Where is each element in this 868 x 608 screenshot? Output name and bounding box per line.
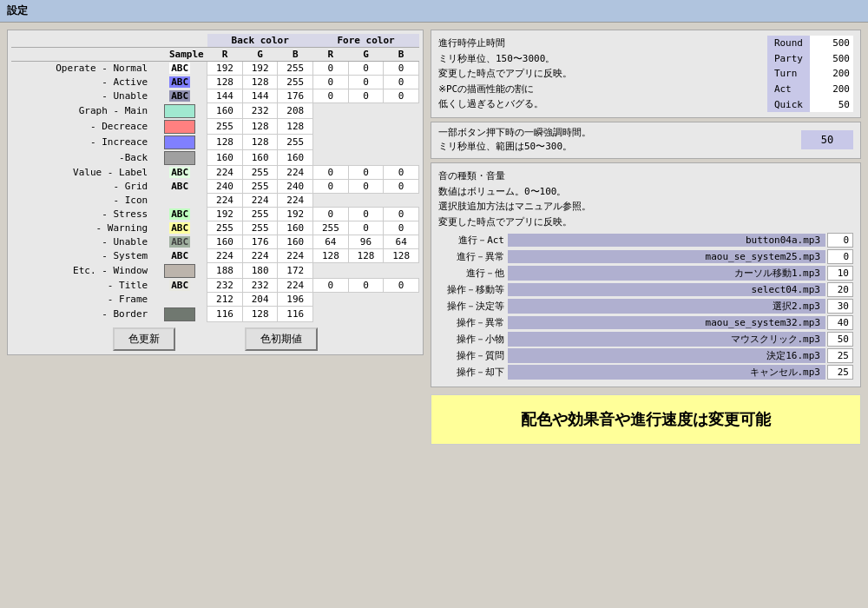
color-value-backB[interactable]: 208	[278, 103, 313, 119]
color-value-backR[interactable]: 192	[207, 62, 243, 76]
color-value-foreR[interactable]: 0	[313, 208, 349, 221]
sound-file[interactable]: キャンセル.mp3	[508, 365, 825, 380]
color-value-foreB[interactable]: 0	[384, 76, 419, 89]
color-value-foreG[interactable]: 0	[348, 221, 384, 235]
color-value-backG[interactable]: 255	[242, 166, 278, 180]
color-value-foreB[interactable]	[384, 194, 419, 208]
color-value-backG[interactable]: 176	[242, 235, 278, 249]
sound-volume[interactable]: 50	[827, 332, 853, 347]
color-value-backG[interactable]: 128	[242, 76, 278, 89]
sound-file[interactable]: maou_se_system25.mp3	[508, 250, 825, 263]
color-value-foreG[interactable]: 0	[348, 89, 384, 103]
color-value-foreB[interactable]: 0	[384, 62, 419, 76]
color-value-backG[interactable]: 192	[242, 62, 278, 76]
color-value-foreR[interactable]: 128	[313, 249, 349, 263]
sound-volume[interactable]: 25	[827, 365, 853, 380]
color-value-backG[interactable]: 128	[242, 307, 278, 322]
timing-value[interactable]: 500	[810, 51, 853, 67]
timing-value[interactable]: 200	[810, 82, 853, 97]
sound-file[interactable]: マウスクリック.mp3	[508, 332, 825, 347]
color-value-foreG[interactable]	[348, 103, 384, 119]
color-value-backR[interactable]: 192	[207, 208, 243, 221]
color-value-backR[interactable]: 116	[207, 307, 243, 322]
color-value-foreG[interactable]	[348, 307, 384, 322]
color-value-foreR[interactable]	[313, 307, 349, 322]
color-value-foreR[interactable]: 64	[313, 235, 349, 249]
color-value-backB[interactable]: 255	[278, 76, 313, 89]
sound-volume[interactable]: 0	[827, 249, 853, 264]
color-value-foreR[interactable]: 0	[313, 180, 349, 194]
color-value-backB[interactable]: 196	[278, 293, 313, 307]
color-value-foreB[interactable]	[384, 307, 419, 322]
color-value-backR[interactable]: 160	[207, 150, 243, 166]
color-value-backB[interactable]: 255	[278, 135, 313, 150]
quick-value[interactable]: 50	[801, 130, 853, 149]
color-value-foreR[interactable]	[313, 263, 349, 279]
color-value-foreG[interactable]: 96	[348, 235, 384, 249]
color-value-backR[interactable]: 128	[207, 76, 243, 89]
color-value-foreB[interactable]	[384, 263, 419, 279]
color-value-backR[interactable]: 144	[207, 89, 243, 103]
color-value-foreG[interactable]: 0	[348, 180, 384, 194]
color-value-backG[interactable]: 255	[242, 208, 278, 221]
sound-volume[interactable]: 20	[827, 282, 853, 297]
color-value-foreB[interactable]	[384, 103, 419, 119]
color-value-foreR[interactable]	[313, 103, 349, 119]
color-value-backB[interactable]: 160	[278, 221, 313, 235]
color-value-foreR[interactable]: 0	[313, 89, 349, 103]
color-value-foreB[interactable]: 128	[384, 249, 419, 263]
color-value-foreG[interactable]	[348, 194, 384, 208]
color-value-backR[interactable]: 224	[207, 166, 243, 180]
sound-file[interactable]: カーソル移動1.mp3	[508, 266, 825, 281]
color-value-backR[interactable]: 160	[207, 103, 243, 119]
color-value-backG[interactable]: 255	[242, 180, 278, 194]
color-value-backB[interactable]: 224	[278, 279, 313, 293]
color-value-foreG[interactable]	[348, 293, 384, 307]
color-value-backB[interactable]: 176	[278, 89, 313, 103]
color-value-foreG[interactable]: 0	[348, 208, 384, 221]
color-value-backR[interactable]: 232	[207, 279, 243, 293]
color-value-backR[interactable]: 255	[207, 119, 243, 135]
color-value-foreG[interactable]	[348, 263, 384, 279]
sound-file[interactable]: 選択2.mp3	[508, 299, 825, 314]
color-value-foreB[interactable]: 64	[384, 235, 419, 249]
color-value-backG[interactable]: 224	[242, 194, 278, 208]
color-value-backB[interactable]: 192	[278, 208, 313, 221]
color-value-foreB[interactable]: 0	[384, 221, 419, 235]
color-value-backR[interactable]: 128	[207, 135, 243, 150]
sound-file[interactable]: button04a.mp3	[508, 234, 825, 247]
color-value-backG[interactable]: 160	[242, 150, 278, 166]
color-value-foreG[interactable]	[348, 119, 384, 135]
sound-volume[interactable]: 25	[827, 348, 853, 363]
color-value-foreB[interactable]: 0	[384, 166, 419, 180]
color-value-backB[interactable]: 224	[278, 249, 313, 263]
color-value-backR[interactable]: 255	[207, 221, 243, 235]
sound-volume[interactable]: 40	[827, 315, 853, 330]
color-value-foreR[interactable]	[313, 150, 349, 166]
color-value-foreG[interactable]: 0	[348, 76, 384, 89]
color-value-backB[interactable]: 160	[278, 235, 313, 249]
timing-value[interactable]: 50	[810, 96, 853, 112]
color-value-backB[interactable]: 116	[278, 307, 313, 322]
color-value-backR[interactable]: 212	[207, 293, 243, 307]
sound-file[interactable]: select04.mp3	[508, 283, 825, 296]
color-value-foreG[interactable]: 0	[348, 279, 384, 293]
color-reset-button[interactable]: 色初期値	[245, 327, 318, 351]
color-value-backR[interactable]: 160	[207, 235, 243, 249]
color-value-backB[interactable]: 224	[278, 166, 313, 180]
color-value-foreR[interactable]	[313, 194, 349, 208]
color-value-backR[interactable]: 188	[207, 263, 243, 279]
color-value-foreB[interactable]: 0	[384, 279, 419, 293]
sound-volume[interactable]: 10	[827, 266, 853, 281]
color-value-foreR[interactable]: 0	[313, 76, 349, 89]
color-value-foreG[interactable]	[348, 150, 384, 166]
color-value-foreB[interactable]	[384, 135, 419, 150]
color-value-backG[interactable]: 255	[242, 221, 278, 235]
color-value-backG[interactable]: 128	[242, 135, 278, 150]
color-value-backB[interactable]: 160	[278, 150, 313, 166]
color-value-foreG[interactable]: 0	[348, 62, 384, 76]
color-value-backR[interactable]: 224	[207, 194, 243, 208]
color-value-backG[interactable]: 204	[242, 293, 278, 307]
color-value-foreR[interactable]: 0	[313, 166, 349, 180]
color-value-foreR[interactable]	[313, 293, 349, 307]
